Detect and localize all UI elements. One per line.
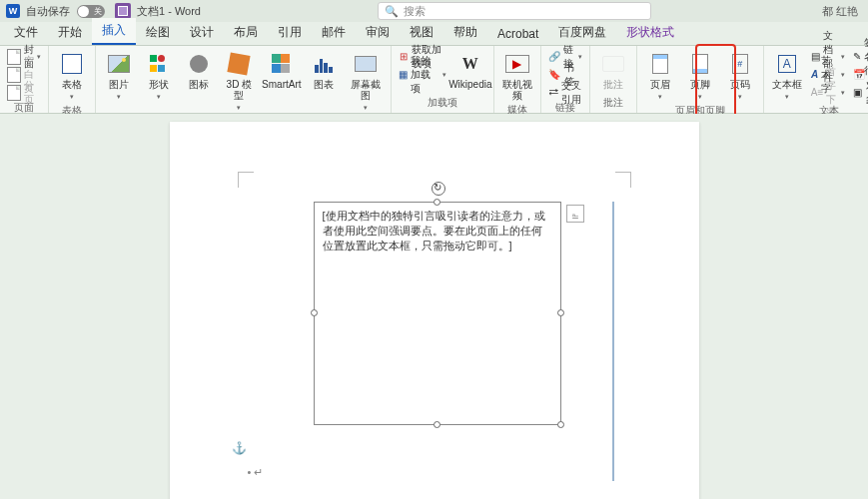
- chart-icon: [310, 50, 338, 78]
- comment-icon: [599, 50, 627, 78]
- chevron-down-icon: ▾: [237, 104, 241, 111]
- resize-handle-n[interactable]: [434, 199, 440, 206]
- textbox-button[interactable]: A文本框▾: [768, 48, 806, 104]
- chevron-down-icon: ▾: [841, 71, 845, 79]
- autosave-state: 关: [94, 6, 102, 17]
- document-title: 文档1 - Word: [137, 4, 201, 19]
- header-button[interactable]: 页眉▾: [641, 48, 679, 104]
- chevron-down-icon: ▾: [442, 71, 446, 79]
- tab-file[interactable]: 文件: [4, 20, 48, 45]
- chevron-down-icon: ▾: [364, 104, 368, 111]
- user-name[interactable]: 都 红艳: [822, 4, 858, 19]
- chevron-down-icon: ▾: [841, 89, 845, 97]
- group-text: A文本框▾ ▤文档部件 ▾ A艺术字 ▾ A≡首字下沉 ▾ ✎签名行 ▾ 📅日期…: [764, 46, 868, 113]
- shapes-button[interactable]: 形状▾: [140, 48, 178, 104]
- group-links: 🔗链接 ▾ 🔖书签 ⮂交叉引用 链接: [541, 46, 590, 113]
- pagenum-button[interactable]: #页码▾: [721, 48, 759, 104]
- tab-layout[interactable]: 布局: [224, 20, 268, 45]
- object-icon: ▣: [853, 86, 863, 100]
- margin-mark: [615, 172, 631, 188]
- group-label: 加载项: [428, 96, 457, 111]
- crossref-icon: ⮂: [548, 86, 558, 100]
- chevron-down-icon: ▾: [841, 53, 845, 61]
- document-canvas[interactable]: ⎁ [使用文档中的独特引言吸引读者的注意力，或者使用此空间强调要点。要在此页面上…: [0, 114, 868, 499]
- footer-button[interactable]: 页脚▾: [681, 48, 719, 104]
- footer-icon: [686, 50, 714, 78]
- tab-review[interactable]: 审阅: [356, 20, 400, 45]
- chevron-down-icon: ▾: [658, 93, 662, 100]
- wikipedia-icon: W: [456, 50, 484, 78]
- page-icon: [7, 86, 21, 100]
- margin-mark: [238, 172, 254, 188]
- wordart-icon: A: [811, 68, 819, 82]
- online-video-button[interactable]: ▶联机视频: [498, 48, 536, 103]
- screenshot-button[interactable]: 屏幕截图▾: [345, 48, 388, 115]
- resize-handle-w[interactable]: [311, 309, 318, 316]
- image-icon: [105, 50, 133, 78]
- tab-design[interactable]: 设计: [180, 20, 224, 45]
- table-button[interactable]: 表格▾: [53, 48, 91, 104]
- save-button[interactable]: [115, 3, 131, 19]
- 3d-models-button[interactable]: 3D 模型▾: [220, 48, 259, 115]
- group-pages: 封面 ▾ 空白页 分页 页面: [0, 46, 49, 113]
- video-icon: ▶: [503, 50, 531, 78]
- tab-home[interactable]: 开始: [48, 20, 92, 45]
- layout-options-button[interactable]: ⎁: [566, 205, 584, 223]
- resize-handle-e[interactable]: [557, 309, 564, 316]
- chevron-down-icon: ▾: [578, 53, 582, 61]
- tab-acrobat[interactable]: Acrobat: [487, 23, 548, 45]
- word-app-icon: W: [6, 4, 20, 18]
- text-box[interactable]: [使用文档中的独特引言吸引读者的注意力，或者使用此空间强调要点。要在此页面上的任…: [314, 202, 561, 425]
- textbox-icon: A: [773, 50, 801, 78]
- tab-baidu[interactable]: 百度网盘: [548, 20, 616, 45]
- shapes-icon: [145, 50, 173, 78]
- pictures-button[interactable]: 图片▾: [100, 48, 138, 104]
- ribbon: 封面 ▾ 空白页 分页 页面 表格▾ 表格 图片▾ 形状▾ 图标 3D 模型▾ …: [0, 46, 868, 114]
- chevron-down-icon: ▾: [157, 93, 161, 100]
- search-box[interactable]: 🔍 搜索: [378, 2, 651, 20]
- text-box-content[interactable]: [使用文档中的独特引言吸引读者的注意力，或者使用此空间强调要点。要在此页面上的任…: [315, 203, 560, 259]
- toggle-knob: [78, 6, 89, 17]
- addins-icon: ▦: [399, 68, 408, 82]
- resize-handle-br[interactable]: [557, 421, 564, 428]
- datetime-icon: 📅: [853, 68, 865, 82]
- tab-insert[interactable]: 插入: [92, 18, 136, 45]
- signature-icon: ✎: [853, 50, 861, 64]
- my-addins-button[interactable]: ▦我的加载项 ▾: [396, 66, 448, 83]
- resize-handle-s[interactable]: [434, 421, 440, 428]
- page-break-button[interactable]: 分页: [4, 84, 44, 101]
- rotate-handle[interactable]: [432, 182, 445, 196]
- bookmark-icon: 🔖: [548, 68, 561, 82]
- wikipedia-button[interactable]: WWikipedia: [451, 48, 489, 92]
- 3d-icon: [225, 50, 253, 78]
- page-icon: [7, 68, 21, 82]
- group-label: 批注: [603, 96, 623, 111]
- tab-shape-format[interactable]: 形状格式: [616, 20, 684, 45]
- dropcap-button[interactable]: A≡首字下沉 ▾: [808, 84, 848, 101]
- chevron-down-icon: ▾: [738, 93, 742, 100]
- group-media: ▶联机视频 媒体: [494, 46, 541, 113]
- icons-icon: [185, 50, 213, 78]
- autosave-label: 自动保存: [26, 4, 70, 19]
- chart-button[interactable]: 图表: [305, 48, 343, 92]
- page[interactable]: ⎁ [使用文档中的独特引言吸引读者的注意力，或者使用此空间强调要点。要在此页面上…: [170, 122, 699, 499]
- tab-view[interactable]: 视图: [400, 20, 443, 45]
- save-icon: [118, 6, 128, 16]
- smartart-button[interactable]: SmartArt: [261, 48, 303, 92]
- table-icon: [58, 50, 86, 78]
- anchor-icon[interactable]: ⚓: [232, 441, 247, 455]
- icons-button[interactable]: 图标: [180, 48, 218, 92]
- chevron-down-icon: ▾: [785, 93, 789, 100]
- crossref-button[interactable]: ⮂交叉引用: [545, 84, 585, 101]
- autosave-toggle[interactable]: 关: [77, 5, 105, 18]
- tab-help[interactable]: 帮助: [443, 20, 487, 45]
- group-headerfooter: 页眉▾ 页脚▾ #页码▾ 页眉和页脚: [637, 46, 764, 113]
- tab-draw[interactable]: 绘图: [136, 20, 180, 45]
- tab-mailings[interactable]: 邮件: [312, 20, 356, 45]
- link-icon: 🔗: [548, 50, 560, 64]
- store-icon: ⊞: [399, 50, 409, 64]
- tab-references[interactable]: 引用: [268, 20, 312, 45]
- object-button[interactable]: ▣对象 ▾: [850, 84, 868, 101]
- comment-button[interactable]: 批注: [594, 48, 632, 92]
- signature-button[interactable]: ✎签名行 ▾: [850, 48, 868, 65]
